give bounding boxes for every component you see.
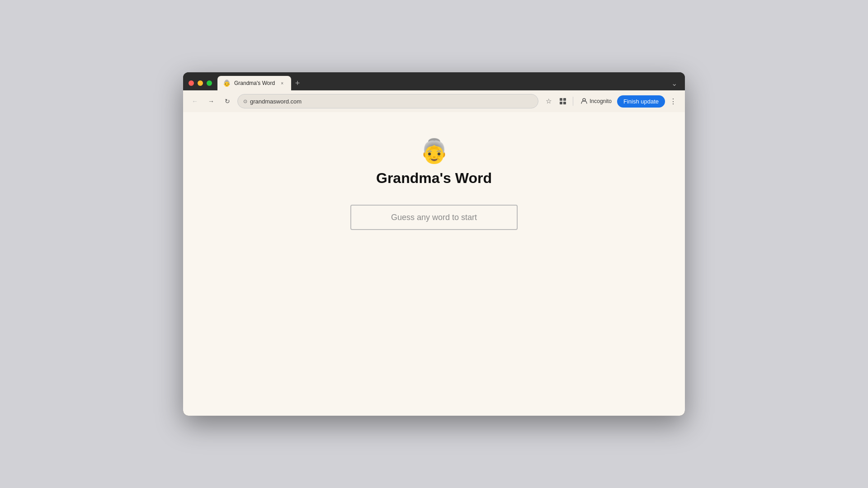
page-content: 👵 Grandma's Word Guess any word to start <box>183 112 685 416</box>
url-text: grandmasword.com <box>250 98 533 105</box>
incognito-button[interactable]: Incognito <box>577 95 615 108</box>
svg-rect-1 <box>563 98 566 101</box>
page-title: Grandma's Word <box>376 170 492 187</box>
guess-placeholder-text: Guess any word to start <box>391 213 477 222</box>
window-controls <box>189 80 212 90</box>
nav-bar: ← → ↻ ⊙ grandmasword.com ☆ <box>183 90 685 112</box>
tab-dropdown-button[interactable]: ⌄ <box>669 78 679 89</box>
bookmark-button[interactable]: ☆ <box>542 95 555 108</box>
nav-divider <box>573 97 573 106</box>
title-bar: 👵 Grandma's Word × + ⌄ <box>183 72 685 90</box>
finish-update-button[interactable]: Finish update <box>617 95 665 108</box>
address-bar[interactable]: ⊙ grandmasword.com <box>237 94 538 108</box>
svg-rect-2 <box>560 102 562 104</box>
finish-update-label: Finish update <box>623 98 659 105</box>
close-button[interactable] <box>189 80 194 86</box>
active-tab[interactable]: 👵 Grandma's Word × <box>217 76 291 90</box>
incognito-label: Incognito <box>590 98 612 104</box>
guess-input[interactable]: Guess any word to start <box>350 205 518 230</box>
maximize-button[interactable] <box>207 80 212 86</box>
svg-rect-3 <box>563 102 566 104</box>
tab-close-button[interactable]: × <box>278 80 286 87</box>
svg-rect-0 <box>560 98 562 101</box>
browser-window: 👵 Grandma's Word × + ⌄ ← → ↻ ⊙ grandmasw… <box>183 72 685 416</box>
nav-actions: ☆ Incognito Fi <box>542 95 679 108</box>
reload-button[interactable]: ↻ <box>221 95 234 108</box>
back-button[interactable]: ← <box>189 95 201 108</box>
forward-button[interactable]: → <box>205 95 217 108</box>
extensions-icon <box>559 98 566 105</box>
address-icon: ⊙ <box>243 99 247 104</box>
tab-bar: 👵 Grandma's Word × + ⌄ <box>217 76 679 90</box>
minimize-button[interactable] <box>198 80 203 86</box>
more-menu-button[interactable]: ⋮ <box>667 95 679 108</box>
new-tab-button[interactable]: + <box>291 77 304 89</box>
incognito-icon <box>580 97 588 106</box>
tab-favicon-icon: 👵 <box>223 80 231 87</box>
grandma-emoji: 👵 <box>420 139 449 163</box>
tab-title: Grandma's Word <box>234 80 275 86</box>
extensions-button[interactable] <box>557 95 569 108</box>
